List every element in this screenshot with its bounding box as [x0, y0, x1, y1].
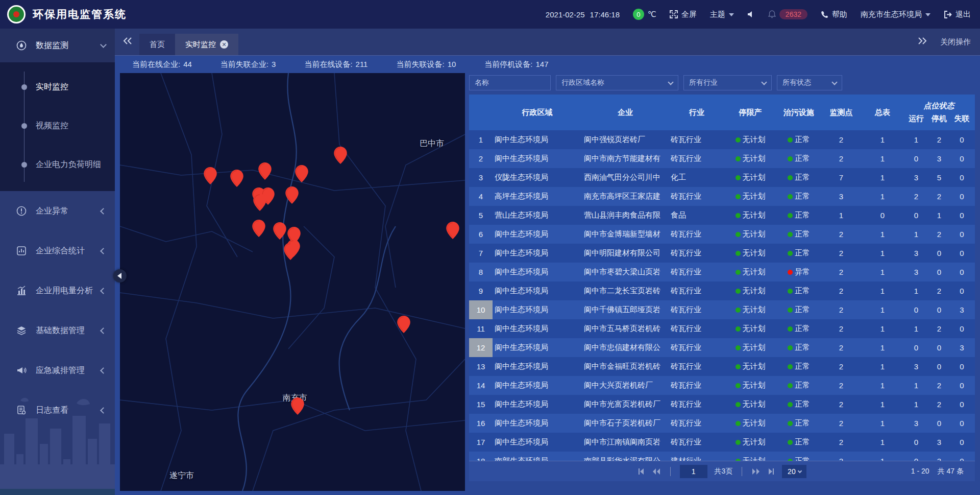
chevron-down-icon	[729, 13, 734, 16]
map-pin-icon[interactable]	[291, 397, 304, 415]
facility-status-dot	[788, 194, 793, 199]
tab-scroll-left-button[interactable]	[123, 37, 132, 46]
logout-button[interactable]: 退出	[944, 10, 971, 19]
double-chevron-right-icon	[751, 468, 761, 475]
sidebar-item-power-load-detail[interactable]: 企业电力负荷明细	[0, 145, 115, 184]
limit-status-dot	[736, 364, 741, 369]
limit-status-dot	[736, 289, 741, 294]
chevron-down-icon	[925, 13, 930, 16]
page-number-input[interactable]: 1	[680, 465, 707, 478]
megaphone-icon	[16, 365, 27, 375]
sidebar-item-video-monitoring[interactable]: 视频监控	[0, 106, 115, 145]
col-region: 行政区域	[493, 95, 582, 130]
table-row[interactable]: 10 阆中生态环境局 阆中千佛镇五郎垭页岩 砖瓦行业 无计划 正常 2 1 0 …	[469, 300, 975, 319]
status-select[interactable]: 所有状态	[777, 75, 842, 90]
sidebar-item-enterprise-statistics[interactable]: 企业综合统计	[0, 231, 115, 271]
industry-select[interactable]: 所有行业	[683, 75, 772, 90]
map-pin-icon[interactable]	[230, 170, 243, 187]
col-running: 运行	[904, 112, 928, 130]
next-page-button[interactable]	[751, 468, 761, 475]
map-pin-icon[interactable]	[295, 165, 308, 182]
table-row[interactable]: 8 阆中生态环境局 阆中市枣碧大梁山页岩 砖瓦行业 无计划 异常 2 1 3 0…	[469, 263, 975, 281]
map-pin-icon[interactable]	[273, 222, 286, 240]
facility-status-dot	[788, 383, 793, 388]
table-header: 行政区域 企业 行业 停限产 治污设施 监测点 总表 点位状态 运行 停机 失联	[469, 95, 975, 130]
tab-home[interactable]: 首页	[139, 34, 175, 55]
table-row[interactable]: 7 阆中生态环境局 阆中明阳建材有限公司 砖瓦行业 无计划 正常 2 1 3 0…	[469, 244, 975, 263]
map-pin-icon[interactable]	[204, 167, 217, 184]
limit-status-dot	[736, 175, 741, 180]
double-chevron-left-icon	[123, 37, 132, 44]
logout-icon	[944, 11, 952, 18]
table-row[interactable]: 12 阆中生态环境局 阆中市忠信建材有限公 砖瓦行业 无计划 正常 2 1 0 …	[469, 338, 975, 357]
page-size-select[interactable]: 20	[782, 465, 806, 478]
map-pin-icon[interactable]	[253, 194, 266, 211]
limit-status-dot	[736, 440, 741, 445]
map-pin-icon[interactable]	[334, 147, 347, 164]
sidebar-item-basic-data[interactable]: 基础数据管理	[0, 311, 115, 350]
sidebar-item-emergency-reduction[interactable]: 应急减排管理	[0, 350, 115, 390]
table-row[interactable]: 3 仪陇生态环境局 西南油气田分公司川中 化工 无计划 正常 7 1 3 5 0	[469, 168, 975, 187]
table-row[interactable]: 17 阆中生态环境局 阆中市江南镇阆南页岩 砖瓦行业 无计划 正常 2 1 0 …	[469, 433, 975, 452]
table-row[interactable]: 13 阆中生态环境局 阆中市金福旺页岩机砖 砖瓦行业 无计划 正常 2 1 3 …	[469, 357, 975, 376]
table-row[interactable]: 18 南部生态环境局 南部县彩华水泥有限公 建材行业 无计划 正常 2 1 0 …	[469, 452, 975, 461]
close-operations-button[interactable]: 关闭操作	[940, 37, 971, 47]
table-row[interactable]: 5 营山生态环境局 营山县润丰肉食品有限 食品 无计划 正常 1 0 0 1 0	[469, 206, 975, 225]
table-row[interactable]: 2 阆中生态环境局 阆中市南方节能建材有 砖瓦行业 无计划 正常 2 1 0 3…	[469, 149, 975, 168]
col-meters: 总表	[861, 95, 904, 130]
theme-dropdown[interactable]: 主题	[710, 10, 734, 19]
region-select[interactable]: 行政区域名称	[556, 75, 678, 90]
stats-bar: 当前在线企业:44 当前失联企业:3 当前在线设备:211 当前失联设备:10 …	[115, 56, 980, 73]
map-pin-icon[interactable]	[252, 220, 265, 237]
org-dropdown[interactable]: 南充市生态环境局	[861, 10, 930, 19]
tab-scroll-right-button[interactable]	[918, 37, 927, 46]
warning-circle-icon	[16, 206, 27, 216]
help-button[interactable]: 帮助	[821, 10, 847, 19]
sidebar-item-data-monitoring[interactable]: 数据监测	[0, 29, 115, 62]
map-panel[interactable]: 巴中市南充市遂宁市	[120, 73, 465, 491]
close-tab-icon[interactable]: ✕	[220, 40, 228, 49]
statistics-icon	[16, 246, 27, 256]
map-pin-icon[interactable]	[397, 316, 410, 333]
divider	[670, 467, 671, 476]
sidebar-item-realtime-monitoring[interactable]: 实时监控	[0, 67, 115, 106]
last-page-icon	[768, 468, 775, 475]
table-row[interactable]: 11 阆中生态环境局 阆中市五马桥页岩机砖 砖瓦行业 无计划 正常 2 1 1 …	[469, 319, 975, 338]
table-row[interactable]: 9 阆中生态环境局 阆中市二龙长宝页岩砖 砖瓦行业 无计划 正常 2 1 1 2…	[469, 281, 975, 300]
table-row[interactable]: 16 阆中生态环境局 阆中市石子页岩机砖厂 砖瓦行业 无计划 正常 2 1 3 …	[469, 414, 975, 433]
limit-status-dot	[736, 402, 741, 407]
fullscreen-button[interactable]: 全屏	[670, 10, 697, 19]
sidebar: 数据监测 实时监控 视频监控 企业电力负荷明细	[0, 29, 115, 495]
sidebar-item-enterprise-abnormal[interactable]: 企业异常	[0, 191, 115, 231]
first-page-button[interactable]	[638, 468, 645, 475]
tab-realtime-monitoring[interactable]: 实时监控 ✕	[175, 34, 238, 55]
app-logo	[7, 5, 26, 23]
total-records-label: 共 47 条	[938, 467, 964, 476]
table-row[interactable]: 1 阆中生态环境局 阆中强锐页岩砖厂 砖瓦行业 无计划 正常 2 1 1 2 0	[469, 130, 975, 149]
col-limit: 停限产	[725, 95, 776, 130]
col-row-number	[469, 95, 493, 130]
sidebar-item-electricity-analysis[interactable]: 企业用电量分析	[0, 271, 115, 311]
datetime: 2021-02-25 17:46:18	[546, 10, 620, 19]
map-pin-icon[interactable]	[285, 186, 299, 204]
table-row[interactable]: 15 阆中生态环境局 阆中市光富页岩机砖厂 砖瓦行业 无计划 正常 2 1 1 …	[469, 395, 975, 414]
limit-status-dot	[736, 383, 741, 388]
stat-online-devices: 当前在线设备:211	[304, 60, 368, 69]
map-pin-icon[interactable]	[446, 222, 459, 239]
name-search-input[interactable]: 名称	[469, 75, 551, 90]
table-row[interactable]: 6 阆中生态环境局 阆中市金博瑞新型墙材 砖瓦行业 无计划 正常 2 1 1 2…	[469, 225, 975, 244]
table-row[interactable]: 14 阆中生态环境局 阆中大兴页岩机砖厂 砖瓦行业 无计划 正常 2 1 1 2…	[469, 376, 975, 395]
notifications[interactable]: 2632	[768, 9, 807, 19]
col-points: 监测点	[822, 95, 861, 130]
prev-page-button[interactable]	[652, 468, 661, 475]
map-pin-icon[interactable]	[258, 162, 272, 180]
chevron-down-icon	[100, 41, 107, 48]
chevron-down-icon	[831, 79, 837, 85]
app-title: 环保用电监管系统	[33, 7, 127, 21]
table-row[interactable]: 4 高坪生态环境局 南充市高坪区王家店建 砖瓦行业 无计划 正常 3 1 2 2…	[469, 187, 975, 206]
map-pin-icon[interactable]	[284, 243, 297, 260]
last-page-button[interactable]	[768, 468, 775, 475]
facility-status-dot	[788, 440, 793, 445]
volume-button[interactable]	[747, 11, 755, 18]
facility-status-dot	[788, 421, 793, 426]
